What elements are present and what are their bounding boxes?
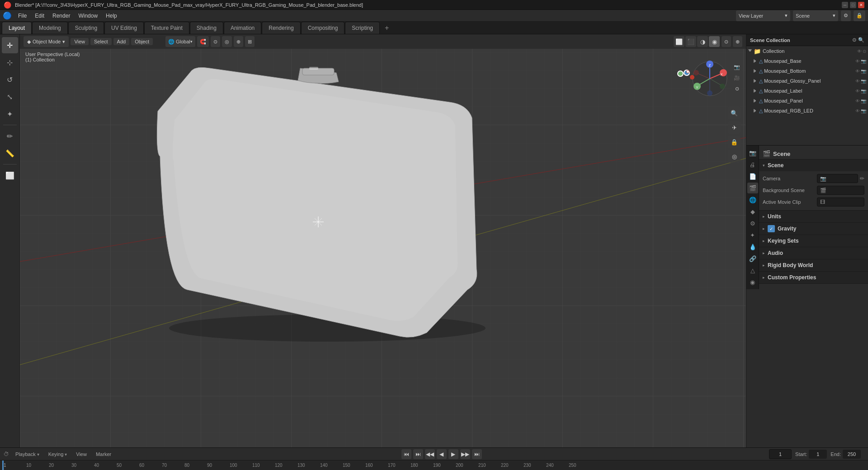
- info-btn2[interactable]: 🔒: [854, 10, 865, 21]
- background-scene-value[interactable]: 🎬: [817, 186, 864, 195]
- jump-end-btn[interactable]: ⏭: [472, 449, 482, 459]
- cam-lock-btn[interactable]: 📷: [732, 62, 741, 71]
- view-menu[interactable]: View: [71, 38, 89, 45]
- physics-props-tab[interactable]: 💧: [747, 241, 758, 252]
- render-props-tab[interactable]: 📷: [747, 147, 758, 158]
- world-props-tab[interactable]: 🌐: [747, 194, 758, 205]
- fly-mode-btn[interactable]: ✈: [728, 121, 741, 134]
- close-button[interactable]: ✕: [858, 2, 864, 8]
- snap-button[interactable]: 🧲: [197, 36, 209, 47]
- item-render-icon5[interactable]: 📷: [861, 99, 866, 103]
- timeline-keying-btn[interactable]: Keying: [46, 451, 70, 458]
- menu-render[interactable]: Render: [49, 12, 74, 20]
- add-cube-button[interactable]: ⬜: [2, 167, 18, 183]
- viewport-overlays-btn[interactable]: ⊙: [722, 36, 731, 47]
- view-layer-selector[interactable]: View Layer ▾: [736, 10, 790, 21]
- tab-rendering[interactable]: Rendering: [262, 22, 300, 34]
- collection-restrict-icon[interactable]: ⊙: [863, 49, 866, 54]
- tab-shading[interactable]: Shading: [190, 22, 223, 34]
- step-fwd-btn[interactable]: ▶▶: [460, 449, 470, 459]
- item-render-icon4[interactable]: 📷: [861, 89, 866, 94]
- modifier-props-tab[interactable]: ⚙: [747, 218, 758, 229]
- transform-pivot-button[interactable]: ◎: [222, 36, 232, 47]
- cam-orient-btn[interactable]: 🎥: [732, 73, 741, 82]
- active-movie-clip-value[interactable]: 🎞: [817, 197, 864, 207]
- rendered-shading-btn[interactable]: ◉: [709, 36, 720, 47]
- tab-compositing[interactable]: Compositing: [301, 22, 345, 34]
- outliner-item-mousepad-bottom[interactable]: △ Mousepad_Bottom 👁 📷: [746, 66, 868, 76]
- cam-persp-btn[interactable]: ⊙: [732, 84, 741, 93]
- step-back-btn[interactable]: ◀◀: [425, 449, 435, 459]
- gravity-section-header[interactable]: ✓ Gravity: [759, 223, 868, 235]
- viewlayer-props-tab[interactable]: 📄: [747, 171, 758, 182]
- camera-value[interactable]: 📷: [817, 174, 858, 183]
- scene-selector[interactable]: Scene ▾: [793, 10, 838, 21]
- item-render-icon6[interactable]: 📷: [861, 108, 866, 113]
- item-eye-icon2[interactable]: 👁: [855, 69, 860, 74]
- tab-scripting[interactable]: Scripting: [345, 22, 380, 34]
- menu-window[interactable]: Window: [75, 12, 101, 20]
- prev-keyframe-btn[interactable]: ⏭: [413, 449, 423, 459]
- gravity-checkbox[interactable]: ✓: [768, 225, 775, 232]
- global-transform-btn[interactable]: 🌐 Global ▾: [165, 36, 195, 47]
- menu-help[interactable]: Help: [102, 12, 121, 20]
- annotate-tool-button[interactable]: ✏: [2, 128, 18, 144]
- timeline-view-btn[interactable]: View: [73, 451, 90, 458]
- outliner-item-panel[interactable]: △ Mousepad_Panel 👁 📷: [746, 96, 868, 106]
- custom-properties-header[interactable]: Custom Properties: [759, 272, 868, 283]
- gizmos-btn[interactable]: ⊕: [733, 36, 742, 47]
- add-workspace-button[interactable]: +: [380, 22, 393, 34]
- menu-edit[interactable]: Edit: [31, 12, 48, 20]
- info-icon[interactable]: ⚙: [841, 10, 851, 21]
- item-eye-icon5[interactable]: 👁: [855, 99, 860, 103]
- maximize-button[interactable]: □: [850, 2, 856, 8]
- object-menu[interactable]: Object: [131, 38, 153, 45]
- camera-edit-icon[interactable]: ✏: [860, 175, 864, 182]
- add-menu[interactable]: Add: [113, 38, 130, 45]
- object-mode-selector[interactable]: ◆ Object Mode ▾: [24, 36, 69, 47]
- rotate-tool-button[interactable]: ↺: [2, 71, 18, 88]
- lock-camera-btn[interactable]: 🔒: [728, 136, 741, 148]
- timeline-ruler[interactable]: 1 10 20 30 40 50 60 70 80 90 100 110 120…: [0, 461, 868, 470]
- item-eye-icon6[interactable]: 👁: [855, 108, 860, 113]
- timeline-marker-btn[interactable]: Marker: [93, 451, 114, 458]
- item-eye-icon4[interactable]: 👁: [855, 89, 860, 94]
- item-render-icon[interactable]: 📷: [861, 59, 866, 64]
- start-frame-value[interactable]: 1: [809, 450, 827, 459]
- minimize-button[interactable]: ─: [842, 2, 848, 8]
- audio-section-header[interactable]: Audio: [759, 247, 868, 259]
- data-props-tab[interactable]: △: [747, 265, 758, 276]
- outliner-search-icon[interactable]: 🔍: [858, 37, 864, 43]
- outliner-filter-icon[interactable]: ⊙: [852, 37, 856, 43]
- scene-props-tab[interactable]: 🎬: [747, 183, 758, 193]
- collection-eye-icon[interactable]: 👁: [857, 49, 862, 54]
- keying-sets-header[interactable]: Keying Sets: [759, 235, 868, 247]
- outliner-item-glossy-panel[interactable]: △ Mousepad_Glossy_Panel 👁 📷: [746, 76, 868, 86]
- viewport-3d[interactable]: ◆ Object Mode ▾ View Select Add Object 🌐…: [20, 34, 746, 447]
- item-render-icon2[interactable]: 📷: [861, 69, 866, 74]
- cursor-tool-button[interactable]: ✛: [2, 37, 18, 53]
- output-props-tab[interactable]: 🖨: [747, 159, 758, 170]
- transform-tool-button[interactable]: ✦: [2, 106, 18, 122]
- particles-props-tab[interactable]: ✦: [747, 230, 758, 240]
- material-props-tab[interactable]: ◉: [747, 277, 758, 287]
- tab-texture-paint[interactable]: Texture Paint: [144, 22, 189, 34]
- object-props-tab[interactable]: ◆: [747, 206, 758, 217]
- constraints-props-tab[interactable]: 🔗: [747, 253, 758, 264]
- proportional-falloff-button[interactable]: ⊕: [234, 36, 243, 47]
- local-view-btn[interactable]: ◎: [728, 150, 741, 163]
- measure-tool-button[interactable]: 📏: [2, 145, 18, 161]
- jump-start-btn[interactable]: ⏮: [401, 449, 411, 459]
- play-btn[interactable]: ▶: [448, 449, 458, 459]
- play-back-btn[interactable]: ◀: [437, 449, 447, 459]
- timeline-playback-btn[interactable]: Playback: [13, 451, 42, 458]
- outliner-item-label[interactable]: △ Mousepad_Label 👁 📷: [746, 86, 868, 96]
- item-eye-icon[interactable]: 👁: [855, 59, 860, 64]
- current-frame-display[interactable]: 1: [769, 449, 792, 459]
- scene-section-header[interactable]: Scene: [759, 160, 868, 171]
- move-tool-button[interactable]: ⊹: [2, 54, 18, 70]
- tab-uv-editing[interactable]: UV Editing: [104, 22, 144, 34]
- outliner-item-mousepad-base[interactable]: △ Mousepad_Base 👁 📷: [746, 56, 868, 66]
- tab-animation[interactable]: Animation: [224, 22, 261, 34]
- select-menu[interactable]: Select: [90, 38, 112, 45]
